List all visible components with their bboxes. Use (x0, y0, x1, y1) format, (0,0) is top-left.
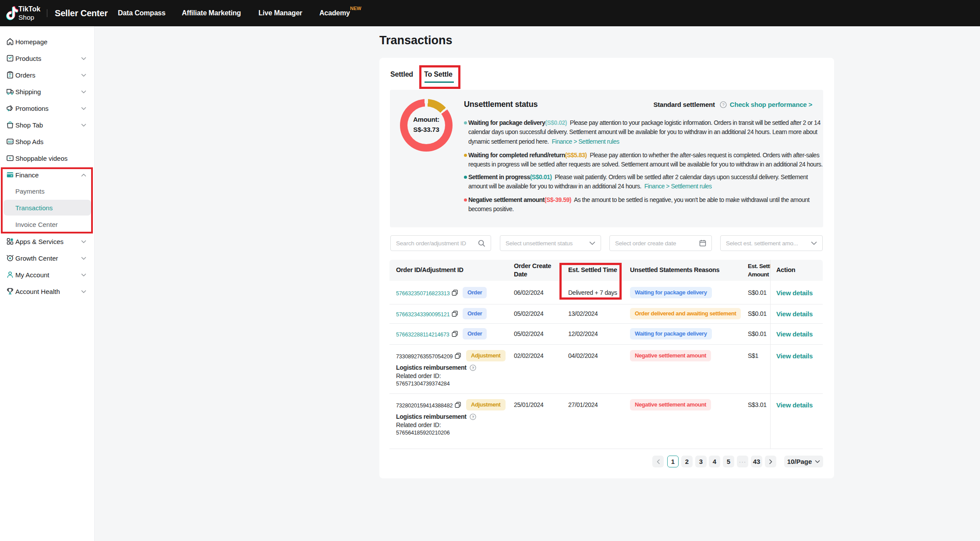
svg-text:?: ? (472, 366, 474, 370)
svg-text:?: ? (722, 102, 724, 107)
svg-text:?: ? (472, 415, 474, 419)
svg-text:AD: AD (8, 140, 13, 144)
